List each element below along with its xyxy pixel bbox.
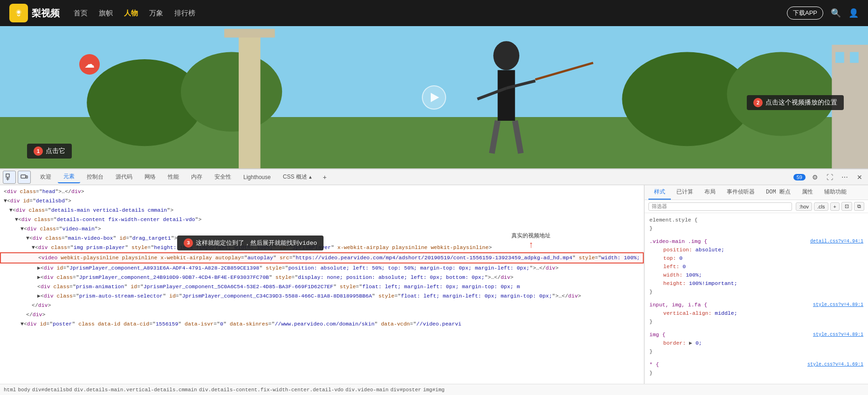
tab-css-overview[interactable]: CSS 概述 ▲	[277, 171, 318, 183]
css-element-style-close: }	[649, 224, 863, 233]
dom-line[interactable]: ▶ <div class="JprismPlayer_component_24B…	[0, 273, 644, 282]
breadcrumb-details-content[interactable]: div.details-content.fix-width-center.det…	[199, 387, 344, 393]
nav-link-person[interactable]: 人物	[124, 9, 138, 18]
css-prop-left: left: 0	[649, 263, 863, 271]
dom-panel[interactable]: <div class="head">…</div> ▼ <div id="det…	[0, 185, 644, 384]
nav-bar: 梨视频 首页 旗帜 人物 万象 排行榜 下载APP 🔍 👤	[0, 0, 868, 26]
css-source-link-2[interactable]: style.css?v=4.89:1	[813, 301, 863, 309]
settings-button[interactable]: ⚙	[809, 172, 820, 183]
nav-link-flag[interactable]: 旗帜	[99, 9, 113, 18]
breadcrumb-detailsbd[interactable]: div#detailsbd	[32, 387, 72, 393]
breadcrumb-video-main[interactable]: div.video-main	[345, 387, 388, 393]
hov-button[interactable]: :hov	[796, 202, 812, 211]
cls-button[interactable]: .cls	[814, 202, 828, 211]
tab-network[interactable]: 网络	[139, 171, 161, 183]
user-icon[interactable]: 👤	[848, 8, 859, 18]
annotation-bubble-1: 1 点击它	[27, 144, 72, 159]
annotation-bubble-2: 2 点击这个视频播放的位置	[747, 95, 844, 110]
css-filter-buttons: :hov .cls + ⊡ ⧉	[796, 202, 864, 211]
play-button[interactable]	[422, 85, 446, 110]
dom-line[interactable]: ▶ <div class="prism-auto-stream-selector…	[0, 291, 644, 301]
dom-line[interactable]: ▼ <div id="poster" class data-id data-ci…	[0, 319, 644, 329]
breadcrumb-html[interactable]: html	[4, 387, 16, 393]
css-source-link-3[interactable]: style.css?v=4.89:1	[813, 331, 863, 339]
inspect-element-button[interactable]	[3, 171, 16, 184]
svg-rect-20	[6, 174, 9, 177]
nav-link-ranking[interactable]: 排行榜	[174, 9, 195, 18]
css-tab-dom-breakpoints[interactable]: DOM 断点	[760, 185, 796, 200]
dom-line[interactable]: </div>	[0, 310, 644, 319]
tab-memory[interactable]: 内存	[186, 171, 208, 183]
more-styles-button[interactable]: ⧉	[854, 202, 864, 211]
nav-links: 首页 旗帜 人物 万象 排行榜	[74, 9, 195, 18]
cloud-icon-area: ☁	[79, 54, 100, 75]
annotation-number-3: 3	[184, 238, 193, 248]
close-button[interactable]: ✕	[854, 172, 865, 183]
annotation-arrow-area: 真实的视频地址 ↑	[511, 232, 551, 250]
breadcrumb-details-main[interactable]: div.details-main.vertical-details.cmmain	[74, 387, 197, 393]
dom-line[interactable]: ▼ <div id="detailsbd">	[0, 196, 644, 206]
annotation-text-1: 点击它	[46, 147, 65, 155]
css-rule-close-2: }	[649, 318, 863, 326]
dom-line-video[interactable]: <video webkit-playsinline playsinline x-…	[0, 252, 644, 263]
search-icon[interactable]: 🔍	[831, 8, 841, 18]
css-rule-close-4: }	[649, 369, 863, 377]
add-rule-button[interactable]: +	[830, 202, 840, 211]
tab-security[interactable]: 安全性	[209, 171, 237, 183]
css-source-link-1[interactable]: detail.css?v=4.94:1	[810, 237, 863, 246]
svg-point-1	[17, 11, 20, 14]
layout-button[interactable]: ⊡	[841, 202, 852, 211]
tab-sources[interactable]: 源代码	[110, 171, 138, 183]
tab-elements[interactable]: 元素	[58, 171, 80, 183]
annotation-number-2: 2	[753, 98, 763, 107]
svg-rect-8	[239, 30, 261, 168]
svg-rect-19	[850, 52, 859, 63]
svg-rect-24	[26, 176, 28, 178]
breadcrumb-img[interactable]: img#img	[423, 387, 444, 393]
annotation-text-2: 点击这个视频播放的位置	[765, 98, 837, 107]
css-tab-styles[interactable]: 样式	[648, 185, 671, 200]
download-app-button[interactable]: 下载APP	[787, 7, 823, 20]
css-content[interactable]: element.style { } detail.css?v=4.94:1 .v…	[645, 213, 868, 384]
annotation-bubble-3: 3 这样就能定位到了，然后展开就能找到video	[177, 236, 324, 250]
svg-rect-9	[224, 29, 275, 38]
css-rule-video-main-img: detail.css?v=4.94:1 .video-main .img { p…	[649, 237, 863, 296]
dom-line[interactable]: ▶ <div id="JprismPlayer_component_A8931E…	[0, 263, 644, 273]
dom-line[interactable]: ▼ <div class="details-main vertical-deta…	[0, 206, 644, 215]
breadcrumb-poster[interactable]: div#poster	[390, 387, 421, 393]
css-tab-computed[interactable]: 已计算	[671, 185, 699, 200]
breadcrumb-bar: html body div#detailsbd div.details-main…	[0, 384, 868, 395]
tab-lighthouse[interactable]: Lighthouse	[238, 172, 276, 182]
add-tab-button[interactable]: +	[319, 172, 331, 183]
css-filter-input[interactable]	[648, 202, 792, 211]
css-rule-input-img: style.css?v=4.89:1 input, img, i.fa { ve…	[649, 301, 863, 326]
dom-line[interactable]: <div class="prism-animation" id="JprismP…	[0, 282, 644, 291]
dock-button[interactable]: ⛶	[824, 172, 835, 183]
css-rule-img: style.css?v=4.89:1 img { border: ▶ 0; }	[649, 331, 863, 356]
error-badge: 59	[793, 174, 806, 180]
tab-console[interactable]: 控制台	[81, 171, 109, 183]
breadcrumb-body[interactable]: body	[18, 387, 30, 393]
css-rule-element-style: element.style { }	[649, 216, 863, 233]
tab-welcome[interactable]: 欢迎	[34, 171, 57, 183]
nav-link-wanxiang[interactable]: 万象	[149, 9, 163, 18]
css-prop-position: position: absolute;	[649, 246, 863, 254]
nav-logo[interactable]: 梨视频	[9, 4, 60, 22]
nav-link-home[interactable]: 首页	[74, 9, 88, 18]
dom-line[interactable]: </div>	[0, 301, 644, 310]
svg-point-10	[493, 41, 519, 70]
nav-right: 下载APP 🔍 👤	[787, 7, 859, 20]
css-tab-accessibility[interactable]: 辅助功能	[819, 185, 852, 200]
device-toolbar-button[interactable]	[18, 171, 31, 184]
dom-line[interactable]: <div class="head">…</div>	[0, 187, 644, 196]
dom-line[interactable]: ▼ <div class="details-content fix-width-…	[0, 215, 644, 224]
css-tab-event-listeners[interactable]: 事件侦听器	[721, 185, 760, 200]
video-section: ☁ 1 点击它 2 点击这个视频播放的位置	[0, 26, 868, 168]
logo-text: 梨视频	[32, 7, 60, 20]
css-source-link-4[interactable]: style.css?v=4.1.69:1	[807, 360, 863, 369]
css-tab-properties[interactable]: 属性	[796, 185, 819, 200]
css-tab-layout[interactable]: 布局	[699, 185, 721, 200]
more-button[interactable]: ⋯	[839, 172, 850, 183]
annotation-number-1: 1	[34, 146, 43, 156]
tab-performance[interactable]: 性能	[162, 171, 185, 183]
